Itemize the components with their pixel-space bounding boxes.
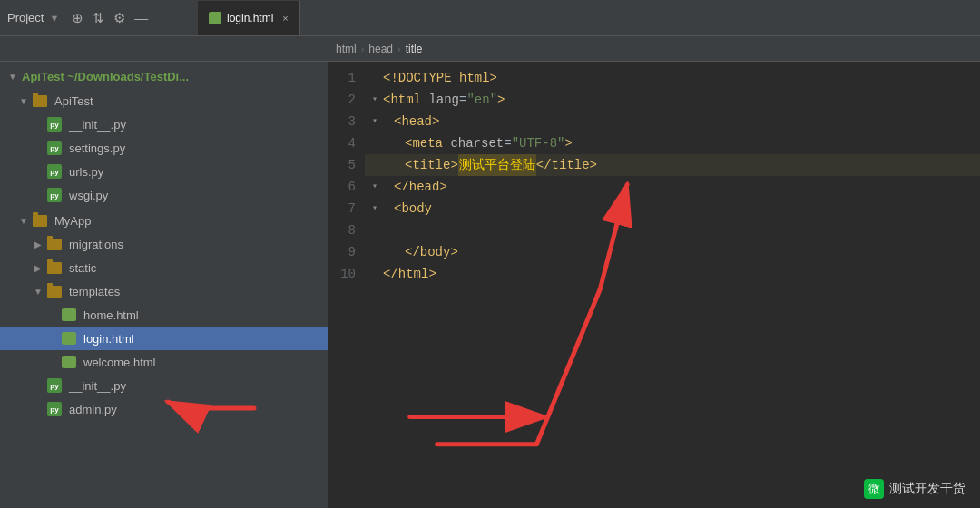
html-close-bracket: > (497, 89, 505, 111)
toolbar-icons: ⊕ ⇅ ⚙ — (72, 10, 148, 26)
breadcrumb-head[interactable]: head (368, 43, 393, 55)
fold-2[interactable]: ▾ (368, 93, 381, 106)
code-line-7: ▾ <body (365, 198, 980, 220)
tree-item-welcome[interactable]: welcome.html (0, 350, 328, 374)
tree-item-apitest[interactable]: ApiTest (0, 89, 328, 112)
charset-val: "UTF-8" (512, 132, 565, 154)
code-line-4: <meta charset = "UTF-8" > (365, 132, 980, 154)
sync-icon[interactable]: ⇅ (93, 10, 104, 26)
fold-3[interactable]: ▾ (368, 115, 381, 128)
init-apitest-label: __init__.py (69, 118, 126, 132)
meta-close: > (564, 132, 572, 154)
settings-label: settings.py (69, 142, 125, 155)
py-icon-init: py (47, 117, 62, 132)
html-close: </html> (383, 263, 436, 285)
html-icon-welcome (62, 356, 76, 368)
sidebar: ApiTest ~/Downloads/TestDi... ApiTest py… (0, 62, 328, 508)
code-line-5: <title> 测试平台登陆 </title> (365, 154, 980, 176)
code-line-8 (365, 220, 980, 241)
breadcrumb-bar: html › head › title (0, 36, 980, 62)
code-line-3: ▾ <head> (365, 111, 980, 132)
tree-item-urls[interactable]: py urls.py (0, 160, 328, 183)
title-bar: Project ▼ ⊕ ⇅ ⚙ — login.html × (0, 0, 980, 36)
editor-area: 1 2 3 4 5 6 7 8 9 10 <!DOCTYPE html> (328, 62, 980, 508)
add-icon[interactable]: ⊕ (72, 10, 83, 26)
py-icon-admin: py (47, 402, 62, 416)
sidebar-root-label: ApiTest ~/Downloads/TestDi... (22, 70, 189, 83)
tree-item-init-apitest[interactable]: py __init__.py (0, 112, 328, 136)
breadcrumb-title[interactable]: title (406, 43, 423, 55)
myapp-arrow (18, 215, 29, 226)
tree-item-static[interactable]: static (0, 256, 328, 279)
templates-folder-icon (47, 286, 62, 298)
admin-label: admin.py (69, 403, 117, 416)
fold-empty-10 (368, 268, 381, 280)
head-open: <head> (394, 111, 439, 132)
tree-item-migrations[interactable]: migrations (0, 232, 328, 256)
tab-file-icon (209, 12, 221, 24)
home-label: home.html (83, 308, 139, 322)
tree-item-wsgi[interactable]: py wsgi.py (0, 183, 328, 207)
tree-item-myapp[interactable]: MyApp (0, 209, 328, 232)
title-content: 测试平台登陆 (458, 154, 536, 176)
project-label[interactable]: Project (7, 11, 44, 24)
tree-item-settings[interactable]: py settings.py (0, 136, 328, 160)
fold-empty-9 (368, 246, 381, 259)
code-container[interactable]: 1 2 3 4 5 6 7 8 9 10 <!DOCTYPE html> (328, 62, 980, 508)
code-line-2: ▾ <html lang = "en" > (365, 89, 980, 111)
code-line-10: </html> (365, 263, 980, 285)
meta-tag: <meta (405, 132, 443, 154)
tree-item-home[interactable]: home.html (0, 303, 328, 327)
migrations-arrow (33, 239, 44, 249)
fold-empty-8 (368, 224, 381, 237)
project-arrow[interactable]: ▼ (49, 13, 59, 24)
fold-empty-1 (368, 72, 381, 84)
tree-item-init-myapp[interactable]: py __init__.py (0, 374, 328, 397)
apitest-arrow (18, 95, 29, 106)
code-line-1: <!DOCTYPE html> (365, 67, 980, 89)
tree-item-templates[interactable]: templates (0, 279, 328, 303)
code-lines: <!DOCTYPE html> ▾ <html lang = "en" > ▾ … (365, 67, 980, 503)
fold-7[interactable]: ▾ (368, 202, 381, 215)
templates-label: templates (69, 285, 120, 298)
wechat-icon: 微 (864, 479, 884, 499)
charset-attr: charset (443, 132, 504, 154)
tab-login-html[interactable]: login.html × (198, 1, 300, 35)
fold-6[interactable]: ▾ (368, 181, 381, 193)
root-arrow[interactable] (7, 71, 18, 82)
migrations-folder-icon (47, 239, 62, 250)
py-icon-urls: py (47, 164, 62, 179)
wsgi-label: wsgi.py (69, 189, 108, 202)
project-section: Project ▼ ⊕ ⇅ ⚙ — (7, 10, 189, 26)
html-lang-attr: lang (421, 89, 459, 111)
migrations-label: migrations (69, 238, 123, 251)
title-close: </title> (536, 154, 597, 176)
eq-2: = (459, 89, 466, 111)
apitest-folder-icon (33, 95, 47, 107)
main-area: ApiTest ~/Downloads/TestDi... ApiTest py… (0, 62, 980, 508)
tree-item-admin[interactable]: py admin.py (0, 397, 328, 421)
templates-arrow (33, 286, 44, 297)
py-icon-wsgi: py (47, 188, 62, 202)
code-line-9: </body> (365, 241, 980, 263)
py-icon-init-myapp: py (47, 378, 62, 393)
head-close: </head> (394, 176, 447, 198)
body-close: </body> (405, 241, 458, 263)
tab-close-button[interactable]: × (282, 13, 288, 24)
init-myapp-label: __init__.py (69, 379, 126, 393)
fold-empty-4 (368, 137, 381, 150)
line-numbers: 1 2 3 4 5 6 7 8 9 10 (328, 67, 365, 503)
watermark: 微 测试开发干货 (864, 479, 965, 499)
settings-icon[interactable]: ⚙ (113, 10, 125, 26)
tree-item-login[interactable]: login.html (0, 327, 328, 350)
myapp-label: MyApp (54, 214, 91, 228)
breadcrumb-sep-2: › (397, 44, 401, 54)
doctype-text: <!DOCTYPE html> (383, 67, 497, 89)
apitest-label: ApiTest (54, 94, 93, 108)
html-lang-val: "en" (466, 89, 497, 111)
minimize-icon[interactable]: — (134, 10, 148, 25)
login-label: login.html (83, 332, 134, 346)
html-open: <html (383, 89, 421, 111)
fold-empty-5 (368, 159, 381, 171)
breadcrumb-html[interactable]: html (336, 43, 357, 55)
